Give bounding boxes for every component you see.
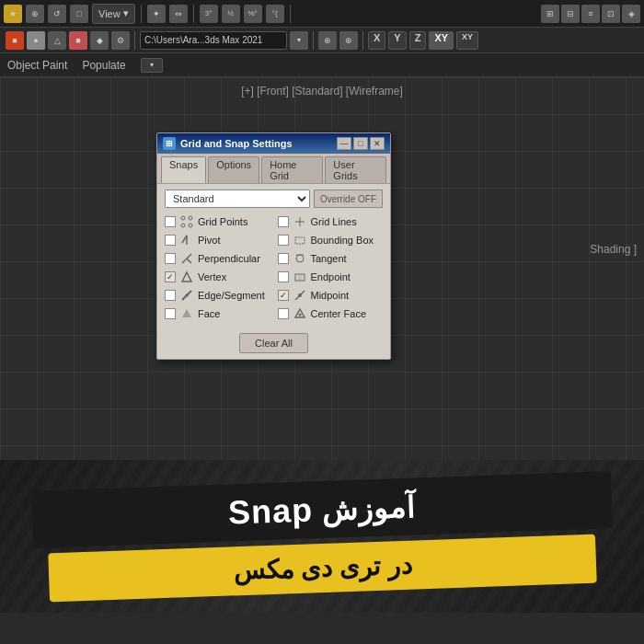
dialog-close[interactable]: ✕ <box>370 137 385 150</box>
path-input[interactable] <box>140 31 287 50</box>
checkbox-grid-points[interactable] <box>165 216 176 227</box>
icon-snap2[interactable]: ⊕ <box>339 31 358 50</box>
icon-midpoint <box>293 288 307 303</box>
icon-s1[interactable]: ■ <box>6 31 24 50</box>
icon-face <box>179 306 194 321</box>
toolbar-icon-r3[interactable]: ≡ <box>581 5 600 23</box>
shading-label: Shading ] <box>590 243 637 256</box>
coord-x[interactable]: X <box>368 31 385 50</box>
dialog-minimize[interactable]: — <box>337 137 351 150</box>
tab-snaps[interactable]: Snaps <box>161 156 206 183</box>
snap-item-vertex: ✓ Vertex <box>165 269 270 285</box>
sep-s3 <box>362 31 363 50</box>
svg-point-3 <box>189 224 192 227</box>
separator1 <box>141 5 142 23</box>
toolbar-icon-r4[interactable]: ⊡ <box>602 5 620 23</box>
icon-grid-points <box>179 214 194 229</box>
label-vertex: Vertex <box>198 271 226 282</box>
coord-z[interactable]: Z <box>409 31 427 50</box>
checkbox-tangent[interactable] <box>278 253 289 264</box>
icon-grid-lines <box>293 214 307 229</box>
toolbar-icon-r1[interactable]: ⊞ <box>541 5 559 23</box>
checkbox-grid-lines[interactable] <box>278 216 289 227</box>
icon-center-face <box>293 306 307 321</box>
coord-y[interactable]: Y <box>388 31 406 50</box>
svg-point-0 <box>181 216 185 220</box>
label-tangent: Tangent <box>311 253 347 264</box>
toolbar-icon-pct[interactable]: %° <box>244 5 262 23</box>
banner-content: آموزش Snap در تری دی مکس <box>0 460 644 613</box>
checkbox-midpoint[interactable]: ✓ <box>278 290 289 301</box>
coord-xy[interactable]: XY <box>429 31 454 50</box>
icon-s3[interactable]: △ <box>48 31 66 50</box>
toolbar-icon-star[interactable]: ★ <box>4 5 22 23</box>
third-toolbar: Object Paint Populate ▾ <box>0 53 644 77</box>
label-center-face: Center Face <box>311 308 367 319</box>
icon-endpoint <box>293 270 307 284</box>
coord-xy2[interactable]: XY <box>456 31 478 50</box>
view-label: View <box>98 8 121 19</box>
separator2 <box>193 5 194 23</box>
viewport-label: [+] [Front] [Standard] [Wireframe] <box>241 85 403 98</box>
right-icons: ⊞ ⊟ ≡ ⊡ ◈ <box>541 5 640 23</box>
view-dropdown[interactable]: View ▾ <box>92 4 135 24</box>
override-button[interactable]: Override OFF <box>314 190 383 208</box>
icon-snap1[interactable]: ⊕ <box>318 31 337 50</box>
label-perpendicular: Perpendicular <box>198 253 260 264</box>
toolbar-icon-half[interactable]: ½ <box>222 5 240 23</box>
toolbar-icon-rotate[interactable]: ↺ <box>48 5 66 23</box>
label-grid-points: Grid Points <box>198 216 247 227</box>
checkbox-endpoint[interactable] <box>278 271 289 282</box>
icon-s5[interactable]: ◆ <box>90 31 109 50</box>
toolbar-icon-scale[interactable]: □ <box>70 5 88 23</box>
checkbox-face[interactable] <box>165 308 176 319</box>
tab-home-grid[interactable]: Home Grid <box>261 156 323 183</box>
icon-s2[interactable]: ● <box>27 31 45 50</box>
top-toolbar: ★ ⊕ ↺ □ View ▾ ✦ ⇔ 3° ½ %° °{ ⊞ ⊟ ≡ ⊡ ◈ <box>0 0 644 28</box>
svg-marker-13 <box>182 272 191 282</box>
toolbar-icon-link[interactable]: ⇔ <box>169 5 188 23</box>
banner-text-persian1: آموزش <box>312 490 416 527</box>
populate-tab[interactable]: Populate <box>82 59 125 72</box>
svg-point-11 <box>296 255 304 262</box>
label-endpoint: Endpoint <box>311 271 351 282</box>
toolbar-icon-r2[interactable]: ⊟ <box>561 5 580 23</box>
icon-s7[interactable]: ▾ <box>290 31 308 50</box>
svg-point-22 <box>298 314 301 316</box>
toolbar-icon-select[interactable]: ✦ <box>147 5 166 23</box>
clear-all-button[interactable]: Clear All <box>239 333 308 353</box>
svg-point-2 <box>181 224 185 227</box>
checkbox-pivot[interactable] <box>165 235 176 246</box>
icon-bounding-box <box>293 233 307 247</box>
standard-dropdown[interactable]: Standard <box>165 190 310 208</box>
dialog-icon: ⊞ <box>163 137 176 150</box>
svg-point-19 <box>298 293 302 297</box>
dialog-tabs: Snaps Options Home Grid User Grids <box>157 154 390 184</box>
viewport-area[interactable]: [+] [Front] [Standard] [Wireframe] Shadi… <box>0 77 644 460</box>
toolbar-icon-deg2[interactable]: °{ <box>266 5 284 23</box>
checkbox-edge-segment[interactable] <box>165 290 176 301</box>
tab-user-grids[interactable]: User Grids <box>325 156 386 183</box>
dialog-titlebar[interactable]: ⊞ Grid and Snap Settings — □ ✕ <box>157 133 390 154</box>
view-chevron: ▾ <box>123 7 129 19</box>
dialog-maximize[interactable]: □ <box>353 137 368 150</box>
checkbox-bounding-box[interactable] <box>278 235 289 246</box>
snap-item-endpoint: Endpoint <box>278 269 384 285</box>
tab-options[interactable]: Options <box>208 156 259 183</box>
label-grid-lines: Grid Lines <box>311 216 357 227</box>
snap-item-perpendicular: Perpendicular <box>165 250 270 267</box>
snap-item-grid-lines: Grid Lines <box>278 213 384 230</box>
checkbox-vertex[interactable]: ✓ <box>165 271 176 282</box>
icon-s6[interactable]: ⚙ <box>111 31 130 50</box>
toolbar-icon-3deg[interactable]: 3° <box>200 5 218 23</box>
standard-row: Standard Override OFF <box>165 190 383 208</box>
toolbar-icon-move[interactable]: ⊕ <box>26 5 44 23</box>
toolbar3-dropdown[interactable]: ▾ <box>141 58 163 73</box>
checkbox-center-face[interactable] <box>278 308 289 319</box>
icon-s4[interactable]: ■ <box>69 31 87 50</box>
checkbox-perpendicular[interactable] <box>165 253 176 264</box>
svg-point-1 <box>189 216 192 220</box>
object-paint-tab[interactable]: Object Paint <box>7 59 67 72</box>
label-face: Face <box>198 308 220 319</box>
toolbar-icon-r5[interactable]: ◈ <box>622 5 640 23</box>
